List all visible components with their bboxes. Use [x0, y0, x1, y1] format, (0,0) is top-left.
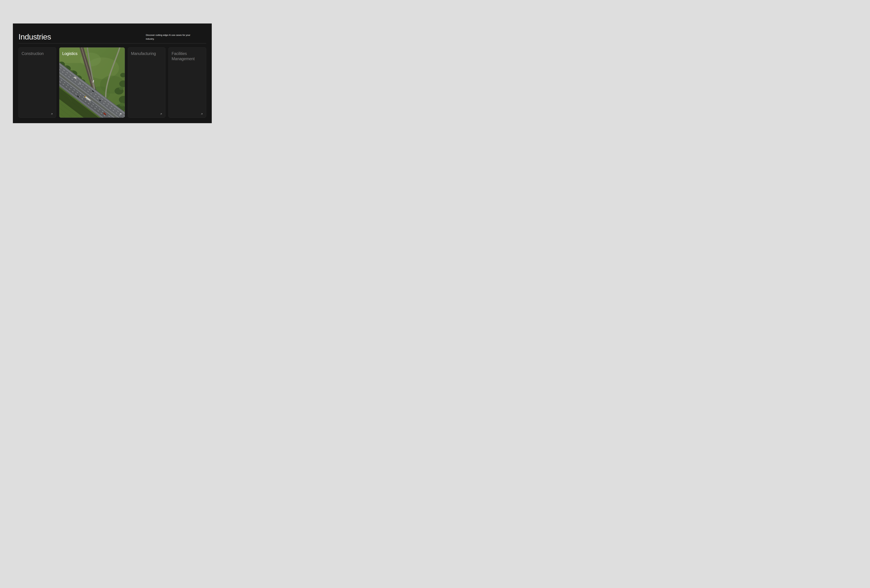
arrow-up-right-icon[interactable] — [160, 113, 162, 115]
card-construction[interactable]: Construction — [18, 47, 56, 118]
section-header: Industries Discover cutting edge AI use … — [18, 24, 206, 43]
arrow-up-right-icon[interactable] — [51, 113, 53, 115]
industries-panel: Industries Discover cutting edge AI use … — [13, 24, 212, 123]
industry-cards-grid: Construction — [18, 47, 206, 118]
card-title: Facilities Management — [171, 51, 203, 62]
arrow-up-right-icon[interactable] — [201, 113, 203, 115]
card-title: Manufacturing — [131, 51, 162, 57]
image-darken-overlay — [59, 48, 125, 118]
card-title: Construction — [22, 51, 53, 57]
card-logistics[interactable]: Logistics — [59, 47, 125, 118]
card-title: Logistics — [62, 51, 77, 57]
arrow-up-right-icon[interactable] — [119, 113, 122, 115]
card-facilities-management[interactable]: Facilities Management — [168, 47, 206, 118]
card-manufacturing[interactable]: Manufacturing — [128, 47, 165, 118]
page-subtitle: Discover cutting edge AI use cases for y… — [146, 33, 193, 41]
